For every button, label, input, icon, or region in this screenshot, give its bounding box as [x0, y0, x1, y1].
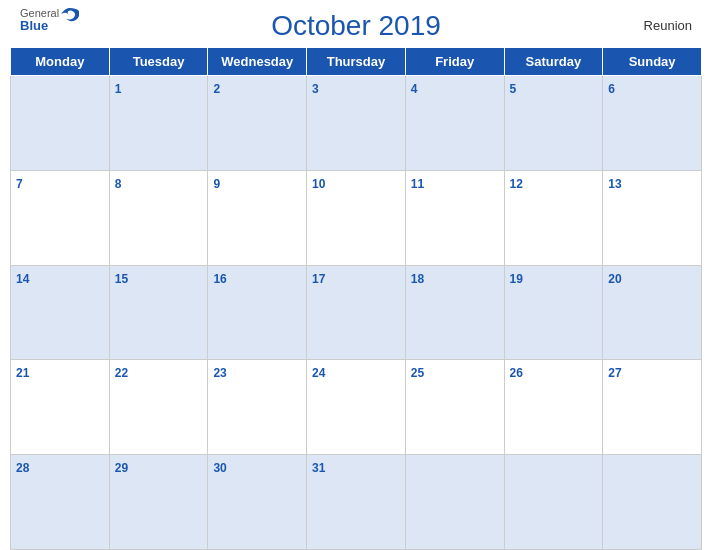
calendar-row: 21222324252627 [11, 360, 702, 455]
day-number: 29 [115, 461, 128, 475]
calendar-cell: 27 [603, 360, 702, 455]
calendar-cell [603, 455, 702, 550]
calendar-cell: 28 [11, 455, 110, 550]
calendar-cell: 30 [208, 455, 307, 550]
col-tuesday: Tuesday [109, 48, 208, 76]
calendar-cell: 2 [208, 76, 307, 171]
col-monday: Monday [11, 48, 110, 76]
calendar-table: Monday Tuesday Wednesday Thursday Friday… [10, 47, 702, 550]
calendar-row: 123456 [11, 76, 702, 171]
calendar-cell: 6 [603, 76, 702, 171]
col-sunday: Sunday [603, 48, 702, 76]
col-thursday: Thursday [307, 48, 406, 76]
day-number: 22 [115, 366, 128, 380]
calendar-cell: 23 [208, 360, 307, 455]
calendar-cell: 24 [307, 360, 406, 455]
day-number: 17 [312, 272, 325, 286]
logo: General Blue [20, 8, 59, 32]
day-number: 25 [411, 366, 424, 380]
day-number: 6 [608, 82, 615, 96]
calendar-cell: 15 [109, 265, 208, 360]
day-number: 30 [213, 461, 226, 475]
calendar-row: 14151617181920 [11, 265, 702, 360]
day-number: 5 [510, 82, 517, 96]
calendar-cell: 3 [307, 76, 406, 171]
calendar-cell: 17 [307, 265, 406, 360]
calendar-cell: 7 [11, 170, 110, 265]
calendar-cell: 18 [405, 265, 504, 360]
day-number: 9 [213, 177, 220, 191]
day-number: 27 [608, 366, 621, 380]
calendar-row: 78910111213 [11, 170, 702, 265]
day-number: 19 [510, 272, 523, 286]
day-number: 23 [213, 366, 226, 380]
col-friday: Friday [405, 48, 504, 76]
calendar-row: 28293031 [11, 455, 702, 550]
col-saturday: Saturday [504, 48, 603, 76]
calendar-cell: 31 [307, 455, 406, 550]
calendar-cell: 19 [504, 265, 603, 360]
calendar-header: General Blue October 2019 Reunion [0, 0, 712, 47]
calendar-cell: 9 [208, 170, 307, 265]
calendar-cell: 1 [109, 76, 208, 171]
calendar-cell: 14 [11, 265, 110, 360]
calendar-cell: 26 [504, 360, 603, 455]
calendar-cell: 10 [307, 170, 406, 265]
logo-blue: Blue [20, 19, 59, 32]
day-number: 28 [16, 461, 29, 475]
calendar-cell: 8 [109, 170, 208, 265]
calendar-region: Reunion [644, 18, 692, 33]
day-number: 21 [16, 366, 29, 380]
day-number: 18 [411, 272, 424, 286]
calendar-cell: 11 [405, 170, 504, 265]
calendar-cell: 16 [208, 265, 307, 360]
logo-bird-icon [61, 8, 79, 22]
calendar-cell: 22 [109, 360, 208, 455]
calendar-cell: 29 [109, 455, 208, 550]
calendar-cell: 4 [405, 76, 504, 171]
calendar-cell: 13 [603, 170, 702, 265]
day-number: 16 [213, 272, 226, 286]
day-number: 2 [213, 82, 220, 96]
day-number: 11 [411, 177, 424, 191]
day-number: 12 [510, 177, 523, 191]
calendar-cell: 25 [405, 360, 504, 455]
day-number: 24 [312, 366, 325, 380]
calendar-cell [504, 455, 603, 550]
day-number: 3 [312, 82, 319, 96]
day-number: 4 [411, 82, 418, 96]
day-number: 14 [16, 272, 29, 286]
calendar-cell: 5 [504, 76, 603, 171]
day-number: 31 [312, 461, 325, 475]
calendar-cell [405, 455, 504, 550]
day-number: 1 [115, 82, 122, 96]
day-number: 8 [115, 177, 122, 191]
day-number: 13 [608, 177, 621, 191]
calendar-title: October 2019 [271, 10, 441, 42]
calendar-cell [11, 76, 110, 171]
weekday-header-row: Monday Tuesday Wednesday Thursday Friday… [11, 48, 702, 76]
day-number: 20 [608, 272, 621, 286]
calendar-cell: 20 [603, 265, 702, 360]
day-number: 26 [510, 366, 523, 380]
day-number: 10 [312, 177, 325, 191]
col-wednesday: Wednesday [208, 48, 307, 76]
day-number: 15 [115, 272, 128, 286]
day-number: 7 [16, 177, 23, 191]
calendar-cell: 12 [504, 170, 603, 265]
calendar-cell: 21 [11, 360, 110, 455]
